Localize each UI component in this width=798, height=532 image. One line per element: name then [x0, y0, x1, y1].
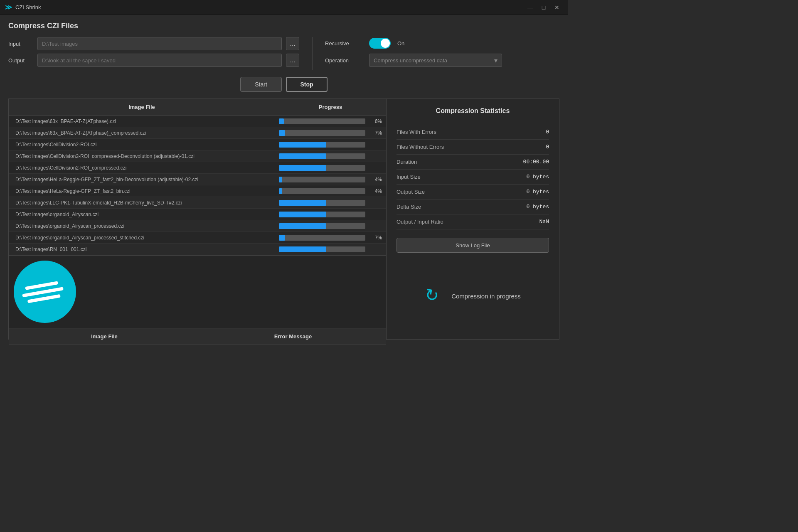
table-row: D:\Test images\63x_BPAE-AT-Z(ATphase)_co… [9, 127, 386, 139]
progress-bar-container [279, 130, 365, 136]
col-file-header: Image File [9, 102, 275, 112]
maximize-button[interactable]: □ [538, 2, 549, 12]
progress-bar-container [279, 246, 365, 252]
stop-button[interactable]: Stop [286, 77, 328, 92]
duration-value: 00:00.00 [523, 159, 549, 165]
progress-bar-container [279, 188, 365, 194]
table-row: D:\Test images\63x_BPAE-AT-Z(ATphase).cz… [9, 116, 386, 127]
vertical-divider [312, 37, 313, 70]
table-row: D:\Test images\CellDivision2-ROI_compres… [9, 150, 386, 162]
file-cell: D:\Test images\CellDivision2-ROI_compres… [9, 164, 275, 172]
output-browse-icon: … [290, 57, 296, 64]
output-field[interactable] [37, 54, 282, 67]
input-field[interactable] [37, 37, 282, 50]
table-row: D:\Test images\LLC-PK1-TubulinX-emerald_… [9, 197, 386, 209]
file-cell: D:\Test images\CellDivision2-ROI.czi [9, 141, 275, 148]
progress-cell [275, 211, 386, 218]
compression-status-label: Compression in progress [451, 293, 521, 300]
app-logo [14, 261, 76, 323]
delta-size-row: Delta Size 0 bytes [397, 200, 549, 214]
output-size-label: Output Size [397, 189, 425, 195]
progress-bar-fill [279, 153, 326, 159]
progress-bar-container [279, 142, 365, 148]
error-table-section: Image File Error Message [9, 328, 386, 374]
progress-bar-fill [279, 165, 326, 171]
ratio-value: NaN [539, 219, 549, 225]
input-row: Input … [8, 37, 299, 50]
progress-bar-fill [279, 223, 326, 229]
progress-bar-container [279, 118, 365, 124]
progress-text: 4% [369, 177, 382, 182]
operation-label: Operation [325, 57, 362, 64]
titlebar-left: ≫ CZI Shrink [5, 3, 41, 11]
toggle-track[interactable] [369, 38, 391, 49]
app-title: CZI Shrink [15, 4, 41, 10]
progress-bar-container [279, 153, 365, 159]
progress-bar-container [279, 200, 365, 206]
ratio-row: Output / Input Ratio NaN [397, 214, 549, 229]
progress-bar-fill [279, 130, 285, 136]
output-size-row: Output Size 0 bytes [397, 185, 549, 200]
operation-select[interactable]: Compress uncompressed data ▾ [369, 54, 502, 67]
progress-bar-fill [279, 142, 326, 148]
table-row: D:\Test images\RN_001_001.czi [9, 244, 386, 255]
duration-row: Duration 00:00.00 [397, 155, 549, 170]
lower-section: Image File Progress D:\Test images\63x_B… [8, 99, 559, 340]
input-browse-button[interactable]: … [286, 37, 299, 50]
close-button[interactable]: ✕ [551, 2, 563, 12]
table-row: D:\Test images\HeLa-Reggie-GFP_ZT_fast2_… [9, 174, 386, 185]
start-button[interactable]: Start [240, 77, 282, 92]
spinner-icon: ↻ [421, 283, 448, 309]
operation-value: Compress uncompressed data [374, 57, 447, 64]
table-row: D:\Test images\CellDivision2-ROI_compres… [9, 162, 386, 174]
file-cell: D:\Test images\HeLa-Reggie-GFP_ZT_fast2_… [9, 176, 275, 183]
output-browse-button[interactable]: … [286, 54, 299, 67]
file-cell: D:\Test images\LLC-PK1-TubulinX-emerald_… [9, 199, 275, 207]
progress-cell [275, 222, 386, 230]
progress-bar-fill [279, 118, 284, 124]
files-with-errors-row: Files With Errors 0 [397, 125, 549, 140]
file-cell: D:\Test images\RN_001_001.czi [9, 246, 275, 253]
progress-cell [275, 164, 386, 172]
page-title: Compress CZI Files [8, 22, 559, 30]
toggle-on-label: On [397, 40, 404, 47]
progress-table-body: D:\Test images\63x_BPAE-AT-Z(ATphase).cz… [9, 116, 386, 255]
progress-bar-fill [279, 235, 285, 241]
output-label: Output [8, 57, 33, 64]
table-row: D:\Test images\organoid_Airyscan.czi [9, 209, 386, 220]
minimize-button[interactable]: — [525, 2, 536, 12]
progress-table-header: Image File Progress [9, 99, 386, 116]
file-cell: D:\Test images\63x_BPAE-AT-Z(ATphase)_co… [9, 129, 275, 137]
recursive-toggle[interactable] [369, 38, 391, 49]
progress-bar-fill [279, 188, 282, 194]
progress-bar-fill [279, 177, 282, 182]
error-table-header: Image File Error Message [9, 328, 386, 345]
progress-cell: 7% [275, 129, 386, 137]
progress-bar-container [279, 165, 365, 171]
progress-bar-container [279, 212, 365, 217]
col-progress-header: Progress [275, 102, 386, 112]
titlebar-controls: — □ ✕ [525, 2, 563, 12]
progress-cell: 4% [275, 187, 386, 195]
stats-title: Compression Statistics [397, 107, 549, 115]
progress-text: 4% [369, 188, 382, 194]
progress-cell [275, 246, 386, 253]
files-without-errors-value: 0 [546, 144, 549, 150]
operation-row: Operation Compress uncompressed data ▾ [325, 54, 559, 67]
table-row: D:\Test images\HeLa-Reggie-GFP_ZT_fast2_… [9, 185, 386, 197]
file-cell: D:\Test images\organoid_Airyscan_process… [9, 222, 275, 230]
progress-bar-container [279, 177, 365, 182]
file-cell: D:\Test images\organoid_Airyscan_process… [9, 234, 275, 241]
col-err-msg-header: Error Message [200, 332, 386, 341]
file-cell: D:\Test images\organoid_Airyscan.czi [9, 211, 275, 218]
options-section: Recursive On Operation Compress uncompre… [325, 37, 559, 67]
toggle-thumb [381, 39, 390, 48]
files-without-errors-row: Files Without Errors 0 [397, 140, 549, 155]
file-cell: D:\Test images\CellDivision2-ROI_compres… [9, 153, 275, 160]
table-row: D:\Test images\CellDivision2-ROI.czi [9, 139, 386, 150]
table-row: D:\Test images\organoid_Airyscan_process… [9, 232, 386, 244]
ratio-label: Output / Input Ratio [397, 219, 443, 225]
action-buttons: Start Stop [8, 77, 559, 92]
show-log-button[interactable]: Show Log File [397, 238, 549, 253]
progress-bar-fill [279, 246, 326, 252]
